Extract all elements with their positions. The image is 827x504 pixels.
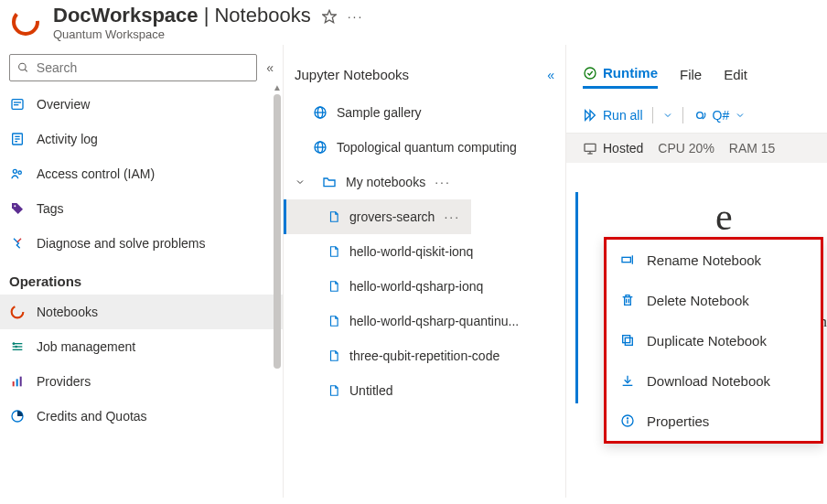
- notebook-item[interactable]: hello-world-qsharp-quantinu...: [284, 304, 519, 338]
- tree-label: three-qubit-repetition-code: [349, 349, 499, 363]
- access-control-icon: [9, 166, 26, 181]
- diagnose-icon: [9, 236, 26, 251]
- svg-point-47: [627, 418, 628, 419]
- file-icon: [328, 209, 340, 224]
- svg-line-3: [25, 70, 27, 72]
- ctx-label: Delete Notebook: [647, 293, 749, 308]
- svg-marker-1: [322, 10, 336, 22]
- run-all-button[interactable]: Run all: [583, 108, 643, 123]
- svg-point-33: [696, 113, 703, 119]
- notebook-item[interactable]: Untitled: [284, 373, 392, 408]
- run-all-dropdown[interactable]: [662, 110, 673, 121]
- nav-label: Credits and Quotas: [37, 409, 147, 424]
- collapse-notebooks-icon[interactable]: «: [547, 68, 554, 82]
- tree-label: Untitled: [349, 383, 392, 398]
- nav-access-control[interactable]: Access control (IAM): [0, 156, 283, 191]
- activity-log-icon: [9, 132, 26, 146]
- svg-point-11: [13, 169, 16, 173]
- file-icon: [328, 383, 340, 398]
- delete-icon: [619, 293, 636, 307]
- check-circle-icon: [583, 66, 597, 80]
- ctx-delete[interactable]: Delete Notebook: [607, 280, 821, 320]
- tree-my-notebooks[interactable]: My notebooks ···: [284, 165, 462, 199]
- svg-point-13: [14, 205, 16, 207]
- svg-point-19: [16, 346, 16, 347]
- notebook-item[interactable]: hello-world-qsharp-ionq: [284, 269, 483, 304]
- notebook-context-menu: Rename Notebook Delete Notebook Duplicat…: [604, 237, 823, 444]
- notebook-grovers-search[interactable]: grovers-search ···: [284, 199, 471, 234]
- nav-providers[interactable]: Providers: [0, 364, 283, 399]
- ctx-download[interactable]: Download Notebook: [607, 360, 821, 401]
- svg-point-30: [585, 68, 596, 79]
- nav-label: Job management: [37, 339, 135, 354]
- kernel-selector[interactable]: Q#: [693, 108, 746, 123]
- nav-activity-log[interactable]: Activity log: [0, 122, 283, 156]
- tree-sample-gallery[interactable]: Sample gallery: [284, 95, 422, 130]
- nav-label: Providers: [37, 374, 91, 389]
- nav-credits-quotas[interactable]: Credits and Quotas: [0, 399, 283, 434]
- page-title: DocWorkspace | Notebooks: [53, 4, 311, 27]
- notebook-item[interactable]: three-qubit-repetition-code: [284, 338, 499, 373]
- run-all-icon: [583, 108, 597, 123]
- ctx-rename[interactable]: Rename Notebook: [607, 240, 821, 280]
- separator: [682, 107, 683, 123]
- ctx-properties[interactable]: Properties: [607, 401, 821, 441]
- svg-rect-20: [13, 381, 15, 386]
- nav-notebooks[interactable]: Notebooks: [0, 295, 283, 329]
- page-subtitle: Quantum Workspace: [53, 27, 311, 41]
- search-input-wrap[interactable]: [9, 54, 257, 81]
- tab-runtime[interactable]: Runtime: [583, 65, 658, 89]
- chevron-down-icon: [735, 110, 746, 121]
- collapse-sidebar-icon[interactable]: «: [266, 60, 274, 75]
- nav-tags[interactable]: Tags: [0, 191, 283, 226]
- ctx-label: Download Notebook: [647, 373, 770, 389]
- overview-icon: [9, 97, 26, 112]
- tab-label: Runtime: [603, 65, 658, 80]
- nav-job-management[interactable]: Job management: [0, 329, 283, 364]
- tree-label: Topological quantum computing: [337, 140, 517, 155]
- compute-hosted[interactable]: Hosted: [583, 141, 643, 155]
- tree-topological[interactable]: Topological quantum computing: [284, 130, 517, 165]
- notebook-item[interactable]: hello-world-qiskit-ionq: [284, 234, 473, 269]
- duplicate-icon: [619, 333, 636, 348]
- notebooks-icon: [9, 304, 26, 320]
- svg-point-0: [14, 10, 38, 34]
- search-input[interactable]: [37, 60, 249, 75]
- ctx-duplicate[interactable]: Duplicate Notebook: [607, 320, 821, 360]
- sidebar-scrollbar[interactable]: ▲: [272, 81, 283, 466]
- section-operations: Operations: [0, 261, 283, 295]
- search-icon: [17, 61, 29, 74]
- compute-icon: [583, 141, 597, 155]
- globe-icon: [313, 105, 328, 120]
- file-icon: [328, 279, 340, 294]
- scroll-up-icon[interactable]: ▲: [272, 81, 283, 92]
- tree-label: My notebooks: [346, 175, 425, 189]
- tree-label: hello-world-qiskit-ionq: [349, 244, 473, 259]
- more-icon[interactable]: ···: [348, 9, 364, 24]
- tags-icon: [9, 201, 26, 216]
- svg-rect-34: [585, 144, 596, 151]
- notebooks-heading: Jupyter Notebooks: [295, 67, 409, 82]
- nav-diagnose[interactable]: Diagnose and solve problems: [0, 226, 283, 261]
- scroll-thumb[interactable]: [274, 94, 281, 369]
- rename-icon: [619, 252, 636, 267]
- svg-marker-31: [585, 111, 590, 121]
- nav-label: Diagnose and solve problems: [37, 236, 205, 251]
- job-management-icon: [9, 339, 26, 354]
- tab-file[interactable]: File: [680, 67, 702, 88]
- more-icon[interactable]: ···: [435, 175, 451, 189]
- file-icon: [328, 349, 340, 363]
- credits-icon: [9, 409, 26, 424]
- tab-edit[interactable]: Edit: [724, 67, 747, 88]
- tree-label: hello-world-qsharp-quantinu...: [349, 314, 519, 328]
- more-icon[interactable]: ···: [444, 209, 460, 224]
- chevron-down-icon[interactable]: [295, 177, 307, 188]
- workspace-icon: [9, 5, 42, 38]
- ctx-label: Properties: [647, 413, 709, 429]
- nav-overview[interactable]: Overview: [0, 87, 283, 122]
- globe-icon: [313, 140, 328, 155]
- favorite-icon[interactable]: [322, 9, 337, 24]
- svg-rect-42: [623, 336, 630, 343]
- svg-point-14: [12, 306, 24, 318]
- nav-label: Overview: [37, 97, 90, 112]
